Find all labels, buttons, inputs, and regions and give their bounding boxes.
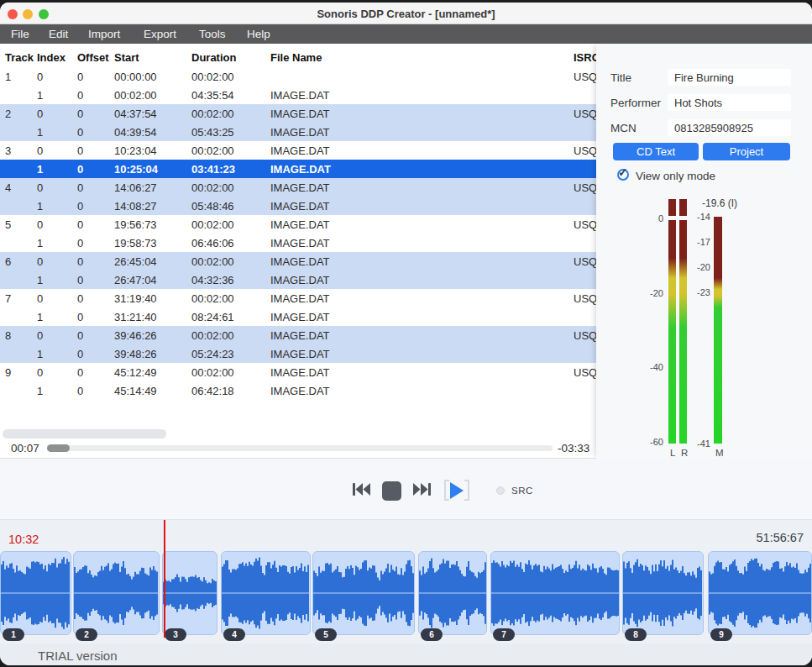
table-row[interactable]: 1031:21:4008:24:61IMAGE.DAT <box>0 307 596 326</box>
waveform-track-9[interactable]: 9 <box>708 551 812 635</box>
column-index[interactable]: Index <box>37 51 65 64</box>
cell-offset: 0 <box>77 108 83 120</box>
cell-start: 39:46:26 <box>114 329 157 342</box>
left-level-meter <box>668 220 676 444</box>
table-row[interactable]: 1045:14:4906:42:18IMAGE.DAT <box>0 381 596 400</box>
playhead-position-label: 10:32 <box>8 533 39 546</box>
cell-index: 1 <box>37 237 43 249</box>
meter-tick-label: 0 <box>638 213 663 223</box>
bracket-left-icon <box>444 480 449 501</box>
cell-start: 26:45:04 <box>114 255 157 268</box>
meter-tick-label: -20 <box>685 262 710 272</box>
play-button[interactable] <box>444 479 469 502</box>
cell-index: 0 <box>37 108 43 120</box>
waveform-track-7[interactable]: 7 <box>490 551 620 635</box>
track-number-badge: 2 <box>76 628 97 641</box>
view-only-checkbox[interactable]: ✓ <box>617 169 629 181</box>
waveform-track-8[interactable]: 8 <box>622 551 704 635</box>
column-track[interactable]: Track <box>5 51 34 64</box>
waveform-track-4[interactable]: 4 <box>221 551 311 635</box>
cell-index: 0 <box>37 366 43 379</box>
remaining-time: -03:33 <box>558 442 589 454</box>
cell-duration: 08:24:61 <box>191 311 234 323</box>
menu-file[interactable]: File <box>11 28 29 40</box>
table-row[interactable]: 1014:08:2705:48:46IMAGE.DAT <box>0 197 596 215</box>
cell-duration: 03:41:23 <box>191 163 235 176</box>
waveform-panel[interactable]: 10:32 51:56:67 123456789 <box>0 519 812 643</box>
column-offset[interactable]: Offset <box>77 51 109 64</box>
table-row[interactable]: 80039:46:2600:02:00IMAGE.DATUSQ <box>0 326 596 344</box>
cell-start: 45:14:49 <box>114 385 157 397</box>
bracket-right-icon <box>464 480 469 501</box>
table-row[interactable]: 30010:23:0400:02:00IMAGE.DATUSQ <box>0 141 596 160</box>
table-row[interactable]: 1019:58:7306:46:06IMAGE.DAT <box>0 234 596 252</box>
cell-index: 0 <box>37 218 43 231</box>
cell-file: IMAGE.DAT <box>270 292 330 305</box>
waveform-track-5[interactable]: 5 <box>312 551 415 635</box>
table-row[interactable]: 60026:45:0400:02:00IMAGE.DATUSQ <box>0 252 596 270</box>
waveform-track-2[interactable]: 2 <box>73 551 160 635</box>
table-row[interactable]: 40014:06:2700:02:00IMAGE.DATUSQ <box>0 178 596 197</box>
table-row[interactable]: 90045:12:4900:02:00IMAGE.DATUSQ <box>0 363 596 381</box>
title-label: Title <box>610 71 631 84</box>
track-number-badge: 1 <box>3 628 24 641</box>
waveform-track-1[interactable]: 1 <box>0 551 71 635</box>
table-horizontal-scrollbar[interactable] <box>3 429 166 439</box>
total-duration-label: 51:56:67 <box>757 531 804 544</box>
menu-tools[interactable]: Tools <box>199 28 226 40</box>
cell-isrc: USQ <box>574 292 597 305</box>
meter-tick-label: -23 <box>685 287 710 297</box>
waveform-track-6[interactable]: 6 <box>418 551 487 635</box>
table-row[interactable]: 50019:56:7300:02:00IMAGE.DATUSQ <box>0 215 596 234</box>
track-number-badge: 8 <box>625 628 647 641</box>
cd-text-button[interactable]: CD Text <box>613 143 699 160</box>
src-indicator-icon[interactable] <box>496 486 505 495</box>
menu-edit[interactable]: Edit <box>49 28 68 40</box>
table-row[interactable]: 1004:39:5405:43:25IMAGE.DAT <box>0 123 596 141</box>
cell-index: 0 <box>37 292 43 305</box>
track-number-badge: 5 <box>315 628 337 641</box>
cell-duration: 05:43:25 <box>191 126 234 139</box>
left-meter-clip <box>668 199 676 216</box>
table-row[interactable]: 20004:37:5400:02:00IMAGE.DATUSQ <box>0 104 596 123</box>
table-row[interactable]: 1010:25:0403:41:23IMAGE.DAT <box>0 160 596 178</box>
cell-index: 0 <box>37 144 43 157</box>
column-start[interactable]: Start <box>114 51 139 64</box>
title-bar: Sonoris DDP Creator - [unnamed*] <box>0 3 812 24</box>
cell-duration: 00:02:00 <box>191 181 234 194</box>
mcn-input[interactable] <box>668 119 791 136</box>
table-row[interactable]: 70031:19:4000:02:00IMAGE.DATUSQ <box>0 289 596 307</box>
menu-help[interactable]: Help <box>247 28 270 40</box>
cell-file: IMAGE.DAT <box>270 163 331 176</box>
playhead-cursor[interactable] <box>164 520 165 638</box>
table-row[interactable]: 1039:48:2605:24:23IMAGE.DAT <box>0 344 596 363</box>
table-row[interactable]: 10000:00:0000:02:00USQ <box>0 67 596 86</box>
waveform-track-3[interactable]: 3 <box>162 551 217 635</box>
table-body: 10000:00:0000:02:00USQ1000:02:0004:35:54… <box>0 67 596 400</box>
cell-duration: 04:35:54 <box>191 89 234 102</box>
table-row[interactable]: 1000:02:0004:35:54IMAGE.DAT <box>0 86 596 104</box>
performer-input[interactable] <box>668 94 791 111</box>
next-track-icon[interactable] <box>412 481 432 501</box>
column-duration[interactable]: Duration <box>191 51 236 64</box>
stop-button[interactable] <box>382 481 401 501</box>
seek-slider[interactable] <box>47 445 553 451</box>
title-input[interactable] <box>668 69 791 86</box>
performer-label: Performer <box>610 97 661 109</box>
cell-index: 0 <box>37 255 43 268</box>
cell-isrc: USQ <box>574 329 597 342</box>
waveform-image <box>313 552 414 634</box>
seek-thumb[interactable] <box>47 444 70 452</box>
cell-duration: 05:24:23 <box>191 348 234 360</box>
menu-import[interactable]: Import <box>88 28 120 40</box>
cell-start: 00:02:00 <box>114 89 157 102</box>
cell-start: 04:37:54 <box>114 108 157 120</box>
cell-start: 10:23:04 <box>114 144 157 157</box>
previous-track-icon[interactable] <box>351 481 371 501</box>
menu-export[interactable]: Export <box>144 28 176 40</box>
meter-tick-label: -41 <box>685 439 710 449</box>
project-button[interactable]: Project <box>703 143 790 160</box>
cell-file: IMAGE.DAT <box>270 348 330 360</box>
column-filename[interactable]: File Name <box>270 51 322 64</box>
table-row[interactable]: 1026:47:0404:32:36IMAGE.DAT <box>0 270 596 289</box>
